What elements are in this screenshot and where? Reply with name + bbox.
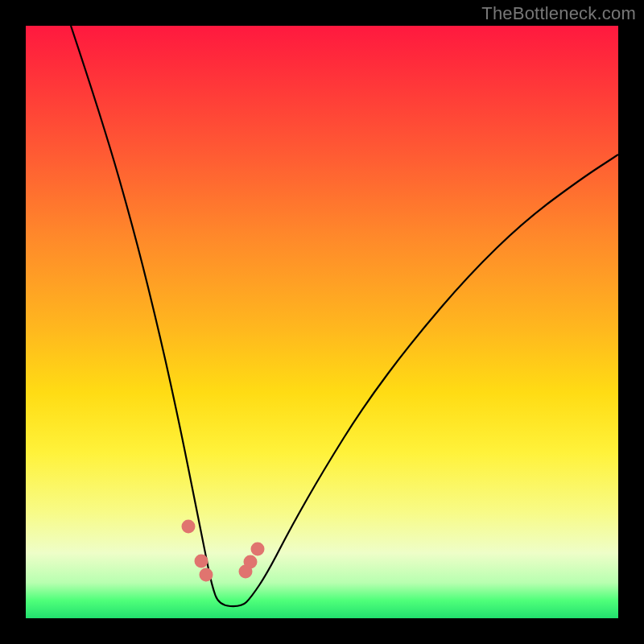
valley-marker-dot	[200, 568, 213, 582]
valley-marker-dot	[251, 543, 265, 556]
bottleneck-curve-path	[71, 26, 618, 606]
watermark-text: TheBottleneck.com	[481, 3, 636, 24]
valley-marker-dot	[182, 520, 196, 534]
bottleneck-curve-svg	[26, 26, 618, 618]
valley-markers-group	[182, 520, 265, 605]
chart-frame: TheBottleneck.com	[0, 0, 644, 644]
valley-marker-dot	[195, 555, 208, 568]
valley-marker-dot	[244, 555, 258, 569]
